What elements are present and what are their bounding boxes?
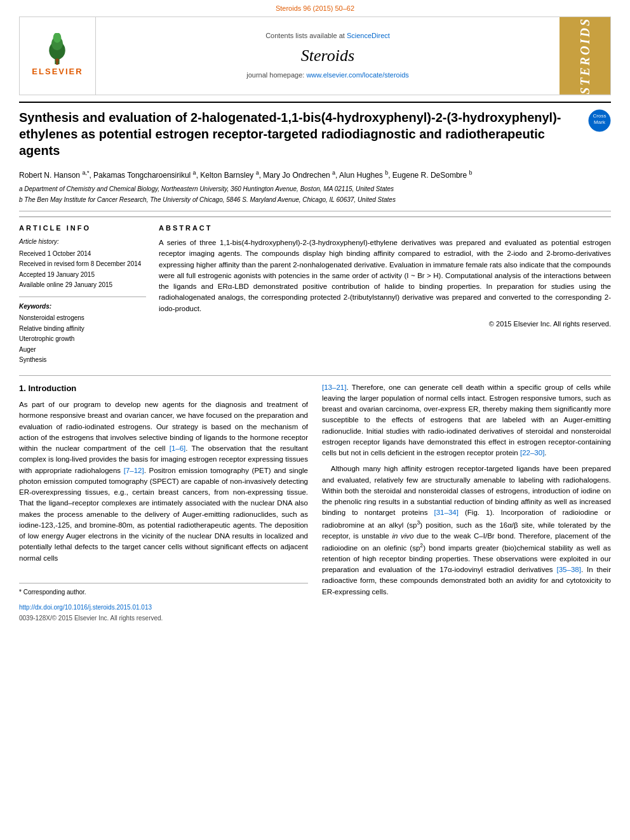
journal-header-center: Contents lists available at ScienceDirec… bbox=[96, 17, 560, 95]
authors-line: Robert N. Hanson a,*, Pakamas Tongcharoe… bbox=[19, 169, 611, 181]
article-info-column: ARTICLE INFO Article history: Received 1… bbox=[19, 223, 146, 366]
article-history: Article history: Received 1 October 2014… bbox=[19, 237, 146, 290]
keyword-1: Nonsteroidal estrogens bbox=[19, 314, 146, 323]
ref-22-30[interactable]: [22–30] bbox=[520, 449, 544, 457]
article-body: Synthesis and evaluation of 2-halogenate… bbox=[0, 95, 630, 637]
article-title: Synthesis and evaluation of 2-halogenate… bbox=[19, 109, 582, 159]
abstract-text: A series of three 1,1-bis(4-hydroxypheny… bbox=[159, 237, 611, 314]
introduction-heading: 1. Introduction bbox=[19, 382, 308, 395]
main-content: 1. Introduction As part of our program t… bbox=[19, 375, 611, 624]
keywords-label: Keywords: bbox=[19, 302, 146, 312]
elsevier-logo: ELSEVIER bbox=[32, 33, 83, 78]
crossmark-icon: Cross Mark bbox=[588, 109, 611, 132]
journal-side-label: STEROIDS bbox=[560, 17, 610, 95]
ref-35-38[interactable]: [35–38] bbox=[557, 566, 581, 573]
revised-date: Received in revised form 8 December 2014 bbox=[19, 260, 146, 269]
keywords-section: Keywords: Nonsteroidal estrogens Relativ… bbox=[19, 302, 146, 365]
homepage-link[interactable]: www.elsevier.com/locate/steroids bbox=[306, 71, 408, 79]
affiliation-a: a Department of Chemistry and Chemical B… bbox=[19, 185, 611, 194]
sciencedirect-link[interactable]: ScienceDirect bbox=[347, 32, 390, 39]
page: Steroids 96 (2015) 50–62 ELSEVIER bbox=[0, 0, 630, 636]
svg-text:Cross: Cross bbox=[593, 113, 607, 119]
keyword-5: Synthesis bbox=[19, 356, 146, 365]
contents-line: Contents lists available at ScienceDirec… bbox=[265, 31, 390, 41]
intro-paragraph-3: Although many high affinity estrogen rec… bbox=[322, 463, 611, 597]
history-label: Article history: bbox=[19, 237, 146, 247]
affiliations: a Department of Chemistry and Chemical B… bbox=[19, 185, 611, 204]
doi-area: http://dx.doi.org/10.1016/j.steroids.201… bbox=[19, 602, 308, 624]
journal-header-logo: ELSEVIER bbox=[20, 17, 96, 95]
intro-continuation-column: [13–21]. Therefore, one can generate cel… bbox=[322, 382, 611, 624]
rule-divider bbox=[19, 211, 611, 211]
top-bar: Steroids 96 (2015) 50–62 bbox=[0, 0, 630, 17]
svg-text:Mark: Mark bbox=[594, 119, 606, 125]
keyword-4: Auger bbox=[19, 345, 146, 355]
intro-paragraph-2: [13–21]. Therefore, one can generate cel… bbox=[322, 382, 611, 459]
copyright-line: © 2015 Elsevier Inc. All rights reserved… bbox=[159, 319, 611, 330]
article-info-abstract: ARTICLE INFO Article history: Received 1… bbox=[19, 217, 611, 366]
ref-31-34[interactable]: [31–34] bbox=[434, 509, 459, 516]
introduction-column: 1. Introduction As part of our program t… bbox=[19, 382, 308, 624]
journal-issue-info: Steroids 96 (2015) 50–62 bbox=[276, 4, 354, 12]
article-title-section: Synthesis and evaluation of 2-halogenate… bbox=[19, 102, 611, 163]
info-divider bbox=[19, 297, 146, 297]
ref-1-6[interactable]: [1–6] bbox=[170, 444, 186, 452]
keyword-3: Uterotrophic growth bbox=[19, 335, 146, 344]
crossmark-badge[interactable]: Cross Mark bbox=[588, 109, 611, 132]
svg-rect-5 bbox=[57, 62, 59, 65]
accepted-date: Accepted 19 January 2015 bbox=[19, 270, 146, 280]
elsevier-text: ELSEVIER bbox=[32, 66, 83, 78]
abstract-label: ABSTRACT bbox=[159, 223, 611, 234]
corresponding-note: * Corresponding author. bbox=[19, 587, 308, 597]
available-date: Available online 29 January 2015 bbox=[19, 281, 146, 290]
article-info-label: ARTICLE INFO bbox=[19, 223, 146, 234]
intro-paragraph-1: As part of our program to develop new ag… bbox=[19, 399, 308, 564]
received-date: Received 1 October 2014 bbox=[19, 250, 146, 259]
ref-13-21[interactable]: [13–21] bbox=[322, 383, 346, 391]
journal-title: Steroids bbox=[301, 44, 354, 68]
ref-7-12[interactable]: [7–12] bbox=[124, 467, 144, 474]
journal-header: ELSEVIER Contents lists available at Sci… bbox=[19, 17, 611, 95]
homepage-line: journal homepage: www.elsevier.com/locat… bbox=[246, 70, 409, 81]
abstract-column: ABSTRACT A series of three 1,1-bis(4-hyd… bbox=[159, 223, 611, 366]
doi-link[interactable]: http://dx.doi.org/10.1016/j.steroids.201… bbox=[19, 604, 152, 611]
issn-line: 0039-128X/© 2015 Elsevier Inc. All right… bbox=[19, 615, 163, 622]
affiliation-b: b The Ben May Institute for Cancer Resea… bbox=[19, 196, 611, 205]
footnote-area: * Corresponding author. bbox=[19, 583, 308, 597]
keyword-2: Relative binding affinity bbox=[19, 324, 146, 334]
svg-point-4 bbox=[56, 58, 59, 62]
elsevier-tree-icon bbox=[38, 33, 76, 65]
